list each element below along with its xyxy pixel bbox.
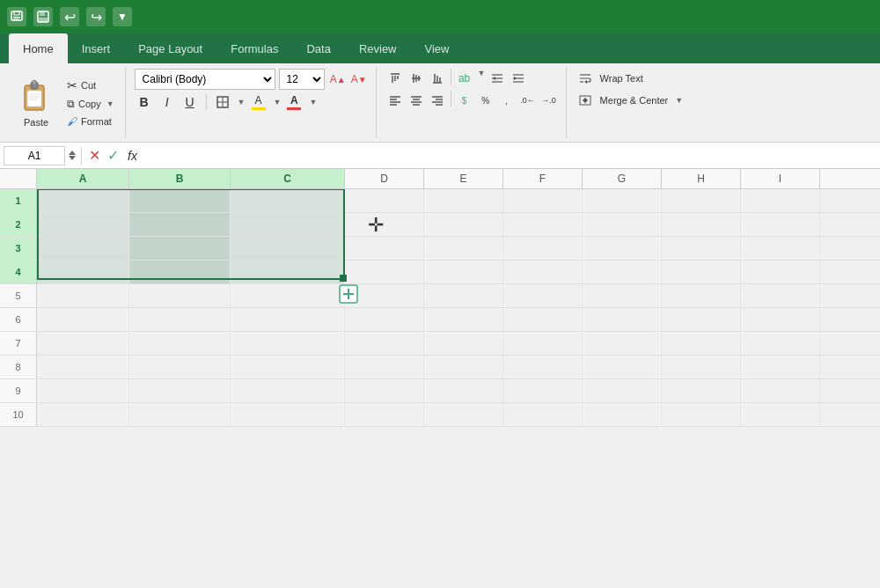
save-icon[interactable] <box>33 7 53 26</box>
cell-D1[interactable] <box>345 189 424 212</box>
cell-I6[interactable] <box>741 308 820 331</box>
cell-D6[interactable] <box>345 308 424 331</box>
merge-center-icon-btn[interactable] <box>576 91 595 110</box>
cell-D8[interactable] <box>345 356 424 379</box>
cell-B2[interactable] <box>129 213 231 236</box>
cell-G1[interactable] <box>583 189 662 212</box>
cell-C4[interactable] <box>231 261 345 283</box>
underline-button[interactable]: U <box>180 92 200 112</box>
cell-C3[interactable] <box>231 237 345 260</box>
tab-page-layout[interactable]: Page Layout <box>124 33 216 63</box>
cell-H3[interactable] <box>662 237 741 260</box>
align-middle-button[interactable] <box>407 69 426 88</box>
col-header-e[interactable]: E <box>424 169 503 188</box>
comma-button[interactable]: , <box>497 91 517 110</box>
cell-F7[interactable] <box>503 332 583 355</box>
cell-G5[interactable] <box>583 284 662 307</box>
cell-C1[interactable] <box>231 189 345 212</box>
cell-G9[interactable] <box>583 379 662 402</box>
font-name-select[interactable]: Calibri (Body) Arial Times New Roman <box>135 69 275 90</box>
increase-indent-button[interactable] <box>509 69 528 88</box>
cell-C7[interactable] <box>231 332 345 355</box>
row-num-2[interactable]: 2 <box>0 213 37 236</box>
cell-B8[interactable] <box>129 356 231 379</box>
cell-H9[interactable] <box>662 379 741 402</box>
col-header-c[interactable]: C <box>231 169 345 188</box>
decrease-decimal-button[interactable]: .0← <box>518 91 538 110</box>
cell-B4[interactable] <box>129 261 231 283</box>
cell-E9[interactable] <box>424 379 503 402</box>
cell-G7[interactable] <box>583 332 662 355</box>
cell-A1[interactable] <box>37 189 129 212</box>
decrease-indent-button[interactable] <box>488 69 507 88</box>
cell-H2[interactable] <box>662 213 741 236</box>
wrap-text-button[interactable]: Wrap Text <box>597 71 647 85</box>
tab-review[interactable]: Review <box>345 33 411 63</box>
paste-button[interactable]: Paste <box>12 75 60 131</box>
align-center-button[interactable] <box>407 91 426 110</box>
cell-I7[interactable] <box>741 332 820 355</box>
cell-D7[interactable] <box>345 332 424 355</box>
col-header-h[interactable]: H <box>662 169 741 188</box>
row-num-10[interactable]: 10 <box>0 403 37 426</box>
row-num-7[interactable]: 7 <box>0 332 37 355</box>
col-header-f[interactable]: F <box>503 169 583 188</box>
cell-A5[interactable] <box>37 284 129 307</box>
tab-view[interactable]: View <box>411 33 464 63</box>
cell-C10[interactable] <box>231 403 345 426</box>
format-painter-button[interactable]: 🖌 Format <box>63 114 118 129</box>
cell-I10[interactable] <box>741 403 820 426</box>
text-orientation-button[interactable]: ab <box>455 69 474 88</box>
cell-A8[interactable] <box>37 356 129 379</box>
cell-H1[interactable] <box>662 189 741 212</box>
cell-I2[interactable] <box>741 213 820 236</box>
auto-fill-options-icon[interactable] <box>338 283 359 308</box>
align-left-button[interactable] <box>385 91 405 110</box>
cell-A9[interactable] <box>37 379 129 402</box>
bold-button[interactable]: B <box>135 92 154 112</box>
confirm-formula-icon[interactable]: ✓ <box>106 145 121 165</box>
cell-F2[interactable] <box>503 213 583 236</box>
increase-font-button[interactable]: A▲ <box>328 70 348 89</box>
cell-F4[interactable] <box>503 261 583 283</box>
align-top-button[interactable] <box>385 69 405 88</box>
cancel-formula-icon[interactable]: ✕ <box>87 145 102 165</box>
cell-E4[interactable] <box>424 261 503 283</box>
cell-C6[interactable] <box>231 308 345 331</box>
row-num-5[interactable]: 5 <box>0 284 37 307</box>
row-num-6[interactable]: 6 <box>0 308 37 331</box>
cell-G3[interactable] <box>583 237 662 260</box>
cell-D2[interactable] <box>345 213 424 236</box>
cell-I4[interactable] <box>741 261 820 283</box>
cell-E5[interactable] <box>424 284 503 307</box>
cell-F6[interactable] <box>503 308 583 331</box>
cell-A7[interactable] <box>37 332 129 355</box>
cell-B5[interactable] <box>129 284 231 307</box>
cell-A4[interactable] <box>37 261 129 283</box>
cell-I9[interactable] <box>741 379 820 402</box>
col-header-i[interactable]: I <box>741 169 820 188</box>
italic-button[interactable]: I <box>158 92 177 112</box>
cell-F5[interactable] <box>503 284 583 307</box>
cell-H5[interactable] <box>662 284 741 307</box>
formula-input[interactable] <box>144 146 876 165</box>
cell-C5[interactable] <box>231 284 345 307</box>
row-num-1[interactable]: 1 <box>0 189 37 212</box>
decrease-font-button[interactable]: A▼ <box>349 70 369 89</box>
cell-reference-box[interactable]: A1 <box>4 146 65 165</box>
cell-F1[interactable] <box>503 189 583 212</box>
cell-I8[interactable] <box>741 356 820 379</box>
cell-G6[interactable] <box>583 308 662 331</box>
undo-icon[interactable]: ↩ <box>60 7 79 26</box>
col-header-a[interactable]: A <box>37 169 129 188</box>
cell-H8[interactable] <box>662 356 741 379</box>
merge-center-button[interactable]: Merge & Center <box>597 93 672 107</box>
increase-decimal-button[interactable]: →.0 <box>539 91 559 110</box>
cell-C8[interactable] <box>231 356 345 379</box>
col-header-g[interactable]: G <box>583 169 662 188</box>
border-button[interactable] <box>213 92 232 112</box>
cell-E1[interactable] <box>424 189 503 212</box>
col-header-d[interactable]: D <box>345 169 424 188</box>
cell-A3[interactable] <box>37 237 129 260</box>
cell-G10[interactable] <box>583 403 662 426</box>
